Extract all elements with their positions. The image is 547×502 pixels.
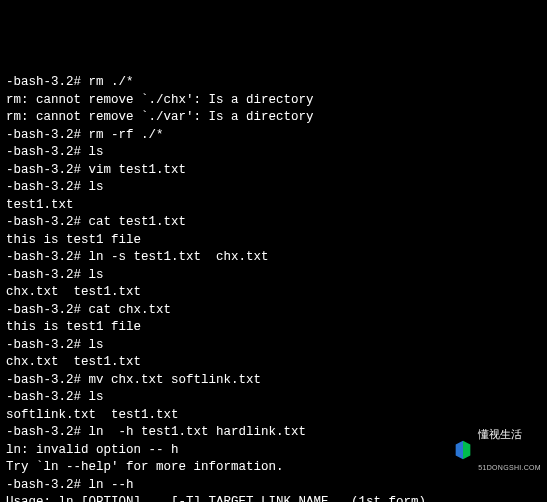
watermark: 懂视生活 51DONGSHI.COM (452, 404, 541, 496)
terminal-line: -bash-3.2# rm ./* (6, 74, 541, 92)
watermark-title: 懂视生活 (478, 428, 541, 440)
watermark-logo-icon (452, 439, 474, 461)
terminal-line: -bash-3.2# ln -s test1.txt chx.txt (6, 249, 541, 267)
terminal-line: -bash-3.2# ls (6, 179, 541, 197)
terminal-line: -bash-3.2# cat chx.txt (6, 302, 541, 320)
terminal-line: -bash-3.2# ls (6, 337, 541, 355)
terminal-line: -bash-3.2# vim test1.txt (6, 162, 541, 180)
terminal-line: chx.txt test1.txt (6, 284, 541, 302)
terminal-line: chx.txt test1.txt (6, 354, 541, 372)
terminal-line: this is test1 file (6, 319, 541, 337)
terminal-line: rm: cannot remove `./var': Is a director… (6, 109, 541, 127)
terminal-line: rm: cannot remove `./chx': Is a director… (6, 92, 541, 110)
terminal-line: -bash-3.2# cat test1.txt (6, 214, 541, 232)
terminal-line: -bash-3.2# ls (6, 267, 541, 285)
terminal-line: -bash-3.2# rm -rf ./* (6, 127, 541, 145)
watermark-text: 懂视生活 51DONGSHI.COM (478, 404, 541, 496)
terminal-line: -bash-3.2# mv chx.txt softlink.txt (6, 372, 541, 390)
terminal-line: -bash-3.2# ls (6, 144, 541, 162)
terminal-line: test1.txt (6, 197, 541, 215)
watermark-subtitle: 51DONGSHI.COM (478, 464, 541, 472)
terminal-line: this is test1 file (6, 232, 541, 250)
